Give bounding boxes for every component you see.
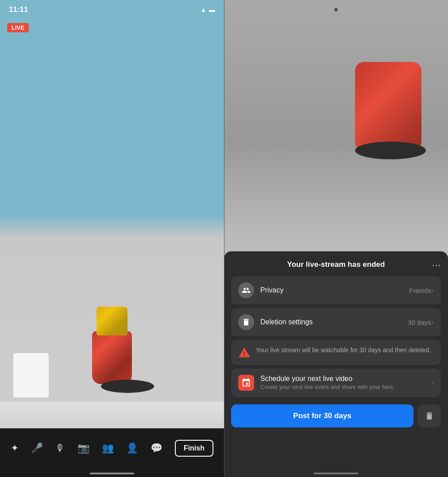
schedule-subtitle: Create your next live event and share wi… [260,384,431,391]
status-bar-left: 11:11 ▲ ▬ [0,0,224,19]
people-icon [242,286,251,295]
privacy-row[interactable]: Privacy Friends › [231,276,441,304]
left-panel: 11:11 ▲ ▬ LIVE ✦ 🎤 🎙 📷 👥 👤 💬 Finish [0,0,224,477]
schedule-box[interactable]: Schedule your next live video Create you… [231,369,441,397]
battery-icon: ▬ [209,6,215,13]
deletion-chevron: › [431,318,434,327]
mic-icon[interactable]: 🎤 [31,442,43,454]
finish-button[interactable]: Finish [175,440,213,457]
bottom-sheet: Your live-stream has ended ··· Privacy F… [224,251,448,477]
action-row: Post for 30 days [224,404,448,436]
home-indicator-left [90,473,134,474]
deletion-label: Deletion settings [260,318,313,326]
schedule-title: Schedule your next live video [260,375,431,383]
sheet-header: Your live-stream has ended ··· [224,251,448,276]
status-bar-right [224,0,448,19]
trash-icon [242,318,251,327]
sheet-title: Your live-stream has ended [287,260,385,269]
deletion-value: 30 days [408,319,431,326]
camera-flip-icon[interactable]: 📷 [77,442,89,454]
deletion-icon [238,314,254,330]
invite-icon[interactable]: 👥 [102,442,114,454]
delete-button[interactable] [418,404,441,427]
camera-view-left: 11:11 ▲ ▬ LIVE ✦ 🎤 🎙 📷 👥 👤 💬 Finish [0,0,224,477]
comment-icon[interactable]: 💬 [151,442,162,454]
time-display: 11:11 [9,5,28,14]
privacy-icon [238,282,254,298]
deletion-row[interactable]: Deletion settings 30 days › [231,308,441,336]
live-badge: LIVE [7,23,29,32]
delete-trash-icon [425,411,434,421]
more-options-button[interactable]: ··· [432,260,441,270]
privacy-label: Privacy [260,286,283,294]
status-icons: ▲ ▬ [200,6,215,13]
deletion-content: Deletion settings [260,318,408,326]
schedule-chevron: › [431,378,434,388]
bottom-toolbar: ✦ 🎤 🎙 📷 👥 👤 💬 Finish [0,428,224,477]
schedule-content: Schedule your next live video Create you… [260,375,431,391]
ironman-base [101,380,154,393]
warning-message: Your live stream will be watchable for 3… [256,346,431,355]
panel-divider [224,0,224,477]
effects-icon[interactable]: ✦ [11,442,19,454]
ironman-figure [77,304,147,419]
mic-alt-icon[interactable]: 🎙 [55,442,65,454]
wifi-icon: ▲ [200,6,206,13]
ironman-body [92,331,132,384]
status-dot [334,8,338,12]
viewers-icon[interactable]: 👤 [126,442,138,454]
camera-view-right: Your live-stream has ended ··· Privacy F… [224,0,448,477]
post-button[interactable]: Post for 30 days [231,404,413,427]
privacy-chevron: › [431,286,434,295]
privacy-content: Privacy [260,286,409,294]
right-figure-base [355,142,426,159]
white-box-prop [13,353,49,397]
schedule-icon [238,375,254,391]
calendar-icon [241,378,251,388]
warning-icon [238,346,251,359]
ironman-head [97,307,127,335]
right-panel: Your live-stream has ended ··· Privacy F… [224,0,448,477]
privacy-value: Friends [409,287,431,294]
right-figure [333,27,421,159]
warning-box: Your live stream will be watchable for 3… [231,340,441,365]
home-indicator-right [314,473,358,474]
right-figure-body [355,62,421,150]
